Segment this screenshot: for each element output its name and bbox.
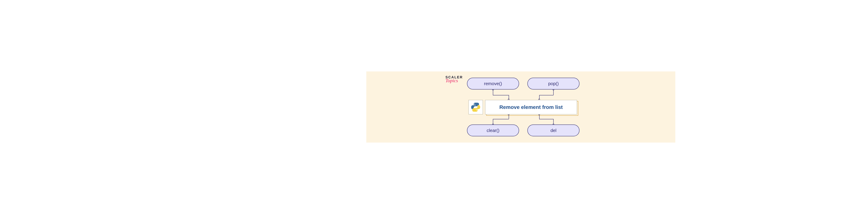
method-pill-remove: remove() bbox=[467, 78, 519, 90]
diagram-canvas: SCALER Topics remove() pop() clear() del bbox=[366, 71, 675, 143]
center-title: Remove element from list bbox=[499, 104, 563, 110]
connector bbox=[493, 90, 493, 95]
connector bbox=[539, 95, 553, 95]
method-pill-clear: clear() bbox=[467, 124, 519, 136]
connector bbox=[493, 119, 509, 119]
method-pill-pop: pop() bbox=[527, 78, 580, 90]
method-pill-del: del bbox=[527, 124, 580, 136]
method-label: del bbox=[551, 128, 557, 133]
method-label: pop() bbox=[548, 81, 559, 86]
center-title-wrap: Remove element from list bbox=[485, 100, 577, 114]
python-logo-box bbox=[468, 100, 483, 114]
method-label: clear() bbox=[487, 128, 499, 133]
python-logo-icon bbox=[471, 103, 480, 112]
brand-logo: SCALER Topics bbox=[445, 76, 463, 83]
connector bbox=[539, 119, 553, 119]
method-label: remove() bbox=[484, 81, 502, 86]
center-group: Remove element from list bbox=[468, 100, 577, 114]
center-title-box: Remove element from list bbox=[485, 100, 577, 114]
connector bbox=[553, 90, 554, 95]
connector bbox=[493, 95, 509, 95]
